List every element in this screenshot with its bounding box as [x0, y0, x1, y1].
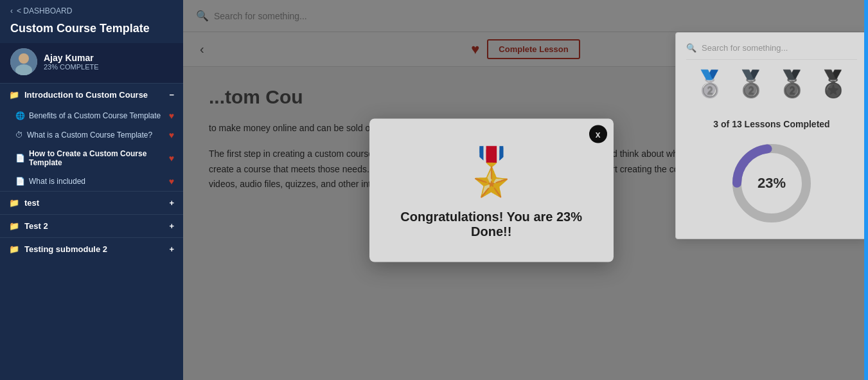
sidebar-item-included[interactable]: 📄 What is included ♥ — [0, 172, 183, 191]
section-label-introduction: Introduction to Custom Course — [24, 90, 148, 100]
congratulations-modal: x 🎖️ Congratulations! You are 23% Done!! — [369, 118, 614, 262]
collapse-icon-testing-submodule: + — [169, 244, 174, 254]
medal-3: 🥈 — [774, 69, 810, 111]
collapse-icon-test2: + — [169, 221, 174, 231]
item-label-benefits: Benefits of a Custom Course Template — [29, 111, 161, 120]
search-icon-panel: 🔍 — [686, 43, 696, 53]
progress-panel: 🔍 Search for something... 🥈 🥈 🥈 🏅 3 of 1… — [675, 32, 868, 239]
user-name: Ajay Kumar — [44, 53, 99, 63]
heart-icon-included: ♥ — [169, 176, 174, 186]
section-label-testing-submodule: Testing submodule 2 — [24, 244, 107, 254]
item-label-included: What is included — [29, 177, 85, 186]
avatar — [10, 48, 37, 75]
scrollbar-indicator[interactable] — [864, 0, 868, 380]
back-label: < DASHBOARD — [17, 6, 72, 15]
sidebar-section-test: 📁 test + — [0, 191, 183, 214]
medals-row: 🥈 🥈 🥈 🏅 — [686, 69, 857, 111]
sidebar-section-introduction: 📁 Introduction to Custom Course − 🌐 Bene… — [0, 83, 183, 191]
doc-icon-howto: 📄 — [15, 154, 25, 163]
globe-icon: 🌐 — [15, 111, 25, 120]
section-label-test2: Test 2 — [24, 221, 48, 231]
sidebar-section-header-test2[interactable]: 📁 Test 2 + — [0, 215, 183, 237]
modal-close-button[interactable]: x — [589, 125, 607, 143]
modal-medal-icon: 🎖️ — [389, 144, 594, 199]
app-wrapper: ‹ < DASHBOARD Custom Course Template Aja… — [0, 0, 868, 380]
sidebar-section-header-test[interactable]: 📁 test + — [0, 192, 183, 214]
sidebar-section-header-introduction[interactable]: 📁 Introduction to Custom Course − — [0, 84, 183, 106]
medal-4: 🏅 — [815, 69, 851, 111]
donut-chart: 23% — [727, 138, 817, 228]
lessons-completed-text: 3 of 13 Lessons Completed — [686, 119, 857, 129]
sidebar: ‹ < DASHBOARD Custom Course Template Aja… — [0, 0, 183, 380]
sidebar-section-header-testing-submodule[interactable]: 📁 Testing submodule 2 + — [0, 238, 183, 260]
back-to-dashboard[interactable]: ‹ < DASHBOARD — [0, 0, 183, 19]
doc-icon-included: 📄 — [15, 177, 25, 186]
folder-icon-test2: 📁 — [9, 221, 19, 231]
sidebar-course-title: Custom Course Template — [0, 19, 183, 43]
medal-2: 🥈 — [733, 69, 769, 111]
heart-icon-benefits: ♥ — [169, 111, 174, 121]
back-arrow-icon: ‹ — [10, 6, 13, 15]
user-info: Ajay Kumar 23% COMPLETE — [44, 53, 99, 71]
heart-icon-whatis: ♥ — [169, 130, 174, 140]
progress-panel-search[interactable]: 🔍 Search for something... — [686, 43, 857, 60]
sidebar-item-benefits[interactable]: 🌐 Benefits of a Custom Course Template ♥ — [0, 106, 183, 125]
item-label-howto: How to Create a Custom Course Template — [29, 149, 169, 167]
user-progress: 23% COMPLETE — [44, 63, 99, 71]
folder-icon-introduction: 📁 — [9, 90, 19, 100]
heart-icon-howto: ♥ — [169, 153, 174, 163]
donut-percent-label: 23% — [757, 175, 786, 192]
modal-message: Congratulations! You are 23% Done!! — [389, 209, 594, 239]
section-label-test: test — [24, 198, 39, 208]
main-content: 🔍 Search for something... ‹ ♥ Complete L… — [183, 0, 868, 380]
collapse-icon-introduction: − — [169, 90, 174, 100]
svg-point-1 — [19, 53, 29, 64]
folder-icon-testing-submodule: 📁 — [9, 244, 19, 254]
clock-icon: ⏱ — [15, 131, 23, 140]
folder-icon-test: 📁 — [9, 198, 19, 208]
sidebar-item-whatis[interactable]: ⏱ What is a Custom Course Template? ♥ — [0, 125, 183, 145]
collapse-icon-test: + — [169, 198, 174, 208]
sidebar-section-testing-submodule: 📁 Testing submodule 2 + — [0, 237, 183, 260]
medal-1: 🥈 — [692, 69, 728, 111]
sidebar-section-test2: 📁 Test 2 + — [0, 214, 183, 237]
sidebar-item-howto[interactable]: 📄 How to Create a Custom Course Template… — [0, 145, 183, 172]
item-label-whatis: What is a Custom Course Template? — [27, 131, 152, 140]
panel-search-placeholder: Search for something... — [702, 43, 788, 53]
sidebar-user: Ajay Kumar 23% COMPLETE — [0, 43, 183, 83]
